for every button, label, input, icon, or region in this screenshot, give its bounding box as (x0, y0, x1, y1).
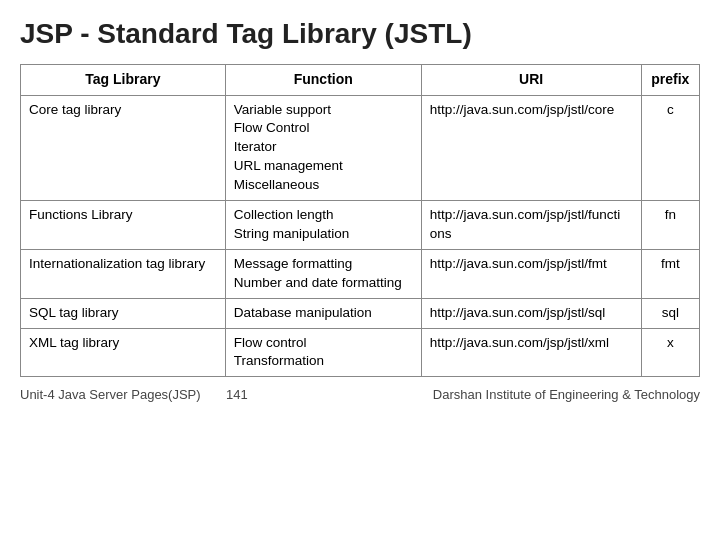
table-header-row: Tag Library Function URI prefix (21, 65, 700, 96)
cell-prefix: sql (641, 298, 699, 328)
table-row: XML tag libraryFlow control Transformati… (21, 328, 700, 377)
table-row: Internationalization tag libraryMessage … (21, 249, 700, 298)
page-title: JSP - Standard Tag Library (JSTL) (20, 18, 700, 50)
cell-tag-library: Functions Library (21, 201, 226, 250)
cell-uri: http://java.sun.com/jsp/jstl/fmt (421, 249, 641, 298)
table-row: SQL tag libraryDatabase manipulationhttp… (21, 298, 700, 328)
cell-function: Flow control Transformation (225, 328, 421, 377)
table-row: Core tag libraryVariable support Flow Co… (21, 95, 700, 200)
cell-function: Collection length String manipulation (225, 201, 421, 250)
cell-uri: http://java.sun.com/jsp/jstl/xml (421, 328, 641, 377)
cell-tag-library: Internationalization tag library (21, 249, 226, 298)
table-row: Functions LibraryCollection length Strin… (21, 201, 700, 250)
cell-prefix: x (641, 328, 699, 377)
col-header-tag-library: Tag Library (21, 65, 226, 96)
col-header-function: Function (225, 65, 421, 96)
cell-prefix: fn (641, 201, 699, 250)
col-header-uri: URI (421, 65, 641, 96)
cell-uri: http://java.sun.com/jsp/jstl/sql (421, 298, 641, 328)
cell-tag-library: SQL tag library (21, 298, 226, 328)
jstl-table: Tag Library Function URI prefix Core tag… (20, 64, 700, 377)
footer-left: Unit-4 Java Server Pages(JSP) 141 (20, 387, 248, 402)
footer-right: Darshan Institute of Engineering & Techn… (433, 387, 700, 402)
cell-function: Message formatting Number and date forma… (225, 249, 421, 298)
footer: Unit-4 Java Server Pages(JSP) 141 Darsha… (20, 387, 700, 402)
cell-prefix: c (641, 95, 699, 200)
col-header-prefix: prefix (641, 65, 699, 96)
page: JSP - Standard Tag Library (JSTL) Tag Li… (0, 0, 720, 412)
cell-function: Database manipulation (225, 298, 421, 328)
cell-tag-library: XML tag library (21, 328, 226, 377)
cell-uri: http://java.sun.com/jsp/jstl/core (421, 95, 641, 200)
cell-uri: http://java.sun.com/jsp/jstl/functi ons (421, 201, 641, 250)
cell-prefix: fmt (641, 249, 699, 298)
cell-function: Variable support Flow Control Iterator U… (225, 95, 421, 200)
cell-tag-library: Core tag library (21, 95, 226, 200)
